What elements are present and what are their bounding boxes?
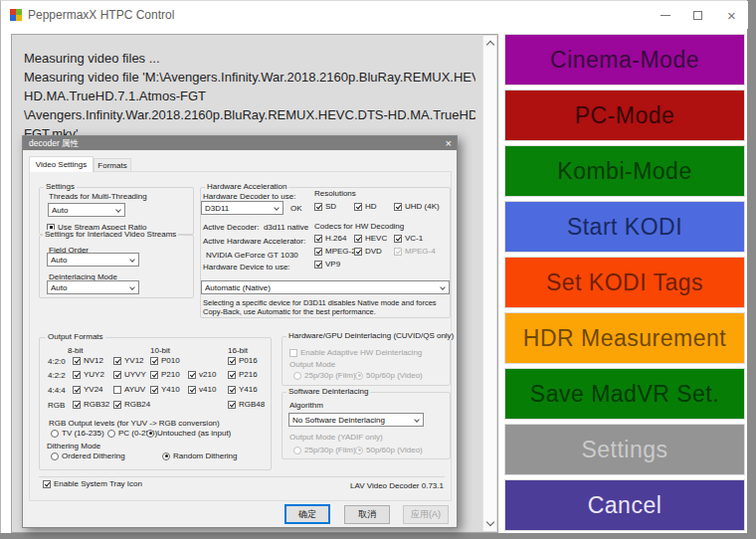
save-madvr-button[interactable]: Save MadVR Set. [504, 368, 745, 420]
threads-dropdown[interactable]: Auto [48, 203, 125, 217]
hw-device-label: Hardware Device to use: [203, 263, 290, 271]
fmt-p210-label: P210 [161, 370, 180, 379]
dialog-cancel-button[interactable]: 取消 [344, 505, 390, 524]
codecs-title: Codecs for HW Decoding [314, 222, 404, 231]
tray-icon-item: Enable System Tray Icon [43, 479, 142, 488]
tab-video-settings[interactable]: Video Settings [29, 156, 94, 172]
close-button[interactable]: × [715, 1, 748, 29]
dialog-titlebar: decoder 属性 × [23, 136, 457, 150]
fmt-rgb48-checkbox[interactable] [228, 401, 236, 409]
fmt-ayuv-item: AYUV [113, 385, 145, 394]
chevron-down-icon [115, 207, 121, 213]
cancel-button[interactable]: Cancel [504, 479, 745, 531]
sw-film-radio [293, 447, 301, 454]
fmt-yuy2-checkbox[interactable] [73, 371, 81, 379]
dither-ordered-radio[interactable] [51, 452, 59, 460]
fmt-yv24-checkbox[interactable] [73, 386, 81, 394]
fmt-v410-checkbox[interactable] [188, 386, 196, 394]
codec-mpeg2-checkbox[interactable] [314, 248, 322, 256]
window-controls: × [649, 1, 748, 29]
resolutions-title: Resolutions [314, 189, 356, 198]
res-uhd-label: UHD (4K) [405, 202, 440, 211]
hw-note-line2: Copy-Back, use Automatic for the best pe… [203, 307, 376, 316]
codec-h264-checkbox[interactable] [314, 235, 322, 243]
maximize-button[interactable] [681, 1, 714, 29]
set-kodi-tags-button[interactable]: Set KODI Tags [504, 257, 745, 308]
fmt-v210-checkbox[interactable] [188, 371, 196, 379]
rgb-tv-radio[interactable] [51, 430, 59, 438]
res-uhd-item: UHD (4K) [394, 202, 440, 211]
tab-formats[interactable]: Formats [94, 158, 131, 171]
rgb-untouched-radio[interactable] [146, 430, 154, 438]
res-hd-label: HD [365, 202, 377, 211]
codec-vp9-label: VP9 [325, 260, 340, 269]
dialog-close-icon[interactable]: × [446, 136, 452, 150]
sw-deint-dropdown[interactable]: No Software Deinterlacing [288, 413, 424, 427]
dither-random-radio[interactable] [162, 452, 170, 460]
window-title: PeppermaxX HTPC Control [28, 8, 174, 22]
rgb-levels-title: RGB Output levels (for YUV -> RGB conver… [49, 419, 220, 428]
settings-button[interactable]: Settings [504, 424, 745, 475]
dither-ordered-label: Ordered Dithering [62, 451, 125, 460]
row-420: 4:2:0 [48, 357, 66, 366]
fmt-p010-label: P010 [161, 356, 180, 365]
pc-mode-button[interactable]: PC-Mode [504, 90, 745, 141]
deint-mode-dropdown[interactable]: Auto [47, 280, 139, 294]
active-accel-value: NVIDIA GeForce GT 1030 [206, 251, 298, 260]
col-8bit: 8-bit [68, 346, 84, 355]
scroll-up-icon[interactable] [486, 41, 494, 49]
rgb-pc-radio[interactable] [107, 430, 115, 438]
active-decoder-label: Active Decoder: [203, 223, 259, 232]
fmt-uyvy-item: UYVY [113, 370, 146, 379]
sw-video-radio [355, 447, 363, 454]
res-hd-checkbox[interactable] [354, 203, 362, 211]
hw-decoder-dropdown[interactable]: D3D11 [201, 201, 284, 215]
fmt-y410-checkbox[interactable] [150, 386, 158, 394]
fmt-rgb24-checkbox[interactable] [113, 401, 121, 409]
codec-vp9-checkbox[interactable] [314, 261, 322, 269]
codec-vc1-checkbox[interactable] [394, 235, 402, 243]
fmt-nv12-checkbox[interactable] [73, 357, 81, 365]
fmt-rgb32-checkbox[interactable] [73, 401, 81, 409]
fmt-p216-checkbox[interactable] [228, 371, 236, 379]
settings-group-title: Settings [44, 182, 77, 191]
dither-title: Dithering Mode [47, 442, 100, 450]
hw-film-radio [293, 372, 301, 380]
hw-video-radio [355, 372, 363, 380]
codec-vc1-item: VC-1 [394, 234, 423, 243]
fmt-yv12-checkbox[interactable] [113, 357, 121, 365]
codec-h264-label: H.264 [325, 234, 346, 243]
field-order-dropdown[interactable]: Auto [47, 253, 139, 267]
fmt-p016-checkbox[interactable] [228, 357, 236, 365]
ok-button[interactable]: 确定 [284, 504, 330, 524]
tray-icon-checkbox[interactable] [43, 480, 51, 488]
hw-note-line1: Selecting a specific device for D3D11 di… [203, 298, 437, 307]
hw-film-item: 25p/30p (Film) [293, 371, 356, 380]
codec-mpeg2-item: MPEG-2 [314, 247, 356, 256]
hw-device-dropdown[interactable]: Automatic (Native) [201, 280, 450, 294]
fmt-ayuv-checkbox[interactable] [113, 386, 121, 394]
fmt-p010-checkbox[interactable] [150, 357, 158, 365]
log-scrollbar[interactable] [482, 36, 496, 531]
res-uhd-checkbox[interactable] [394, 203, 402, 211]
kombi-mode-button[interactable]: Kombi-Mode [504, 145, 745, 197]
minimize-button[interactable] [649, 1, 681, 29]
fmt-y416-checkbox[interactable] [228, 386, 236, 394]
codec-hevc-checkbox[interactable] [354, 235, 362, 243]
rgb-tv-label: TV (16-235) [62, 429, 104, 438]
codec-dvd-checkbox[interactable] [354, 248, 362, 256]
scroll-down-icon[interactable] [486, 518, 494, 526]
res-sd-label: SD [325, 202, 336, 211]
chevron-down-icon [414, 417, 420, 423]
res-sd-checkbox[interactable] [314, 203, 322, 211]
fmt-uyvy-checkbox[interactable] [113, 371, 121, 379]
start-kodi-button[interactable]: Start KODI [504, 201, 745, 253]
fmt-p210-checkbox[interactable] [150, 371, 158, 379]
row-444: 4:4:4 [48, 386, 66, 395]
threads-dropdown-value: Auto [52, 206, 68, 215]
dialog-title: decoder 属性 [29, 138, 79, 150]
cinema-mode-button[interactable]: Cinema-Mode [504, 34, 745, 86]
codec-mpeg4-checkbox [394, 248, 402, 256]
hdr-measurement-button[interactable]: HDR Measurement [504, 312, 745, 364]
codec-dvd-item: DVD [354, 247, 382, 256]
